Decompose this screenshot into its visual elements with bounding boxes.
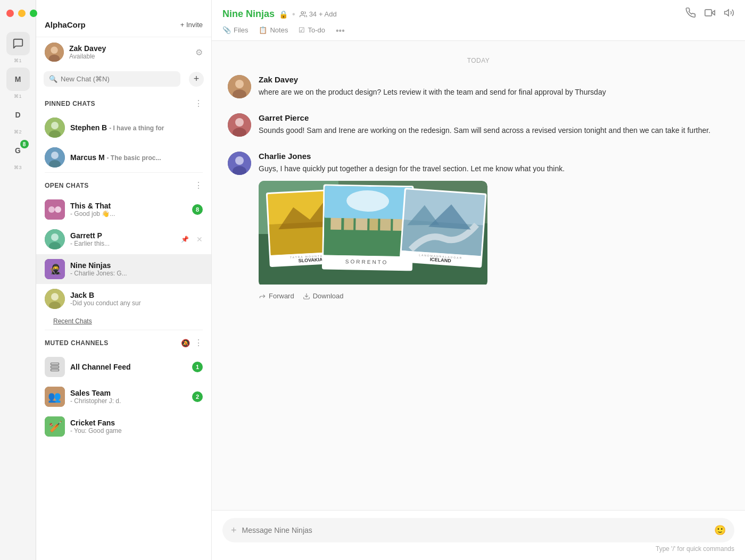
stephen-name: Stephen B - I have a thing for xyxy=(70,123,203,132)
svg-point-10 xyxy=(48,206,55,213)
new-chat-button[interactable]: + xyxy=(189,72,204,87)
notes-tab-label: Notes xyxy=(270,26,288,34)
nine-ninjas-preview: - Charlie Jones: G... xyxy=(70,270,203,277)
svg-point-35 xyxy=(235,118,244,127)
notes-tab-icon: 📋 xyxy=(259,26,267,34)
svg-point-1 xyxy=(51,47,57,54)
close-button[interactable] xyxy=(6,10,14,17)
svg-rect-22 xyxy=(51,369,59,371)
garrett-p-name: Garrett P xyxy=(70,231,176,240)
tab-files[interactable]: 📎 Files xyxy=(222,26,248,40)
svg-rect-29 xyxy=(705,10,712,16)
add-member-button[interactable]: + Add xyxy=(319,10,337,18)
attach-button[interactable]: + xyxy=(231,525,237,536)
svg-point-4 xyxy=(51,122,59,129)
svg-point-27 xyxy=(301,11,304,14)
message-actions: Forward Download xyxy=(259,292,729,300)
sales-team-avatar: 👥 xyxy=(45,387,65,407)
charlie-sender-name: Charlie Jones xyxy=(259,152,729,161)
marcus-avatar xyxy=(45,147,65,168)
pinned-chats-more-icon[interactable]: ⋮ xyxy=(194,98,203,108)
tabs-more-icon[interactable]: ••• xyxy=(336,26,345,40)
open-chats-header: OPEN CHATS ⋮ xyxy=(36,173,211,195)
settings-icon[interactable]: ⚙ xyxy=(195,47,203,57)
recent-chats-link[interactable]: Recent Chats xyxy=(45,314,101,328)
company-name: AlphaCorp xyxy=(45,20,86,29)
emoji-button[interactable]: 🙂 xyxy=(714,524,726,536)
minimize-button[interactable] xyxy=(18,10,26,17)
sales-team-content: Sales Team - Christopher J: d. xyxy=(70,389,187,405)
workspace-g-icon[interactable]: G 8 xyxy=(6,139,30,162)
garrett-p-avatar xyxy=(45,229,65,249)
invite-button[interactable]: + Invite xyxy=(180,21,203,29)
download-label: Download xyxy=(313,292,344,300)
traffic-lights xyxy=(6,10,37,17)
chat-icon[interactable] xyxy=(6,32,30,55)
open-chats-more-icon[interactable]: ⋮ xyxy=(194,180,203,190)
member-count: 34 xyxy=(309,10,317,18)
user-avatar xyxy=(45,43,64,62)
this-that-name: This & That xyxy=(70,202,187,210)
workspace-d-icon[interactable]: D xyxy=(6,103,30,127)
rail-shortcut-4: ⌘3 xyxy=(14,165,21,170)
forward-button[interactable]: Forward xyxy=(259,292,294,300)
marcus-name: Marcus M - The basic proc... xyxy=(70,153,203,162)
muted-channels-header: MUTED CHANNELS 🔕 ⋮ xyxy=(36,330,211,352)
jack-b-name: Jack B xyxy=(70,291,203,299)
chat-header: Nine Ninjas 🔒 • 34 + Add xyxy=(212,0,745,41)
download-button[interactable]: Download xyxy=(303,292,344,300)
charlie-message-avatar xyxy=(228,152,251,175)
tab-notes[interactable]: 📋 Notes xyxy=(259,26,288,40)
message-zak: Zak Davey where are we on the product de… xyxy=(228,75,729,98)
icon-rail: ⌘1 M ⌘1 D ⌘2 G 8 ⌘3 xyxy=(0,0,36,560)
message-input-area: + 🙂 Type '/' for quick commands xyxy=(212,510,745,560)
tab-todo[interactable]: ☑ To-do xyxy=(299,26,325,40)
workspace-m-icon[interactable]: M xyxy=(6,68,30,91)
sidebar: AlphaCorp + Invite Zak Davey Available ⚙… xyxy=(36,0,212,560)
video-call-icon[interactable] xyxy=(705,7,715,21)
svg-point-11 xyxy=(55,206,61,213)
todo-tab-label: To-do xyxy=(308,26,325,34)
search-icon: 🔍 xyxy=(49,75,57,83)
channel-cricket-fans[interactable]: 🏏 Cricket Fans - You: Good game xyxy=(36,412,211,441)
message-input[interactable] xyxy=(242,526,709,534)
jack-b-content: Jack B -Did you conduct any sur xyxy=(70,291,203,307)
channel-sales-team[interactable]: 👥 Sales Team - Christopher J: d. 2 xyxy=(36,382,211,412)
muted-channels-more-icon[interactable]: ⋮ xyxy=(194,338,203,348)
pinned-chat-marcus[interactable]: Marcus M - The basic proc... xyxy=(36,143,211,172)
search-input[interactable] xyxy=(61,75,175,83)
user-name: Zak Davey xyxy=(69,44,190,53)
garrett-p-preview: - Earlier this... xyxy=(70,240,176,247)
open-chats-title: OPEN CHATS xyxy=(45,182,89,189)
all-feed-content: All Channel Feed xyxy=(70,363,187,371)
svg-text:👥: 👥 xyxy=(48,390,61,403)
cricket-fans-name: Cricket Fans xyxy=(70,419,203,427)
voice-call-icon[interactable] xyxy=(685,7,696,21)
maximize-button[interactable] xyxy=(30,10,37,17)
garrett-close-icon[interactable]: ✕ xyxy=(196,235,203,244)
rail-shortcut-2: ⌘1 xyxy=(14,94,21,99)
chat-nine-ninjas[interactable]: 🥷 Nine Ninjas - Charlie Jones: G... xyxy=(36,254,211,284)
nine-ninjas-name: Nine Ninjas xyxy=(70,261,203,270)
search-box: 🔍 xyxy=(44,71,180,87)
this-that-content: This & That - Good job 👋... xyxy=(70,202,187,218)
user-status: Available xyxy=(69,53,190,60)
input-box: + 🙂 xyxy=(222,518,734,542)
chat-jack-b[interactable]: Jack B -Did you conduct any sur xyxy=(36,284,211,314)
volume-icon[interactable] xyxy=(724,7,734,21)
travel-design-image: TATRA MOUNTAINS SLOVAKIA xyxy=(259,181,487,287)
pinned-chat-stephen[interactable]: Stephen B - I have a thing for xyxy=(36,113,211,143)
muted-bell-icon[interactable]: 🔕 xyxy=(181,339,190,347)
garret-message-avatar xyxy=(228,113,251,137)
search-row: 🔍 + xyxy=(36,67,211,91)
sales-team-badge: 2 xyxy=(192,391,203,402)
channel-all-feed[interactable]: All Channel Feed 1 xyxy=(36,352,211,382)
chat-this-that[interactable]: This & That - Good job 👋... 8 xyxy=(36,195,211,224)
zak-message-avatar xyxy=(228,75,251,98)
chat-garrett-p[interactable]: Garrett P - Earlier this... 📌 ✕ xyxy=(36,224,211,254)
message-charlie: Charlie Jones Guys, I have quickly put t… xyxy=(228,152,729,300)
svg-point-7 xyxy=(51,152,59,159)
today-label: TODAY xyxy=(228,57,729,64)
garret-message-content: Garret Pierce Sounds good! Sam and Irene… xyxy=(259,113,729,137)
lock-icon: 🔒 xyxy=(279,10,288,19)
